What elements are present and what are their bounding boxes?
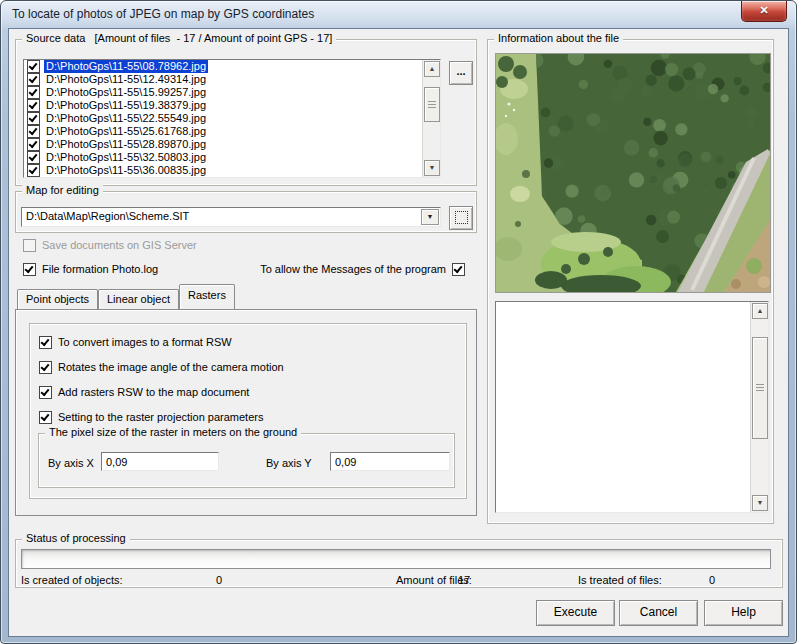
raster-option-row[interactable]: To convert images to a format RSW — [39, 335, 232, 349]
tab-strip: Point objects Linear object Rasters — [17, 286, 235, 309]
axis-x-input[interactable] — [101, 452, 219, 471]
browse-files-label: ... — [456, 65, 465, 77]
photo-log-checkbox[interactable] — [23, 263, 36, 276]
file-checkbox[interactable] — [27, 86, 40, 99]
treated-files-label: Is treated of files: — [578, 574, 662, 586]
dialog-client-area: Source data [Amount of files - 17 / Amou… — [8, 28, 789, 637]
execute-button-label: Execute — [554, 605, 597, 619]
raster-option-label: Setting to the raster projection paramet… — [58, 411, 263, 424]
scroll-down-icon[interactable]: ▼ — [424, 160, 440, 176]
raster-option-label: Rotates the image angle of the camera mo… — [58, 361, 284, 374]
scrollbar-thumb[interactable] — [424, 87, 440, 122]
close-button[interactable]: ✕ — [741, 1, 787, 22]
file-list-item[interactable]: D:\PhotoGps\11-55\12.49314.jpg — [24, 73, 440, 86]
file-checkbox[interactable] — [27, 125, 40, 138]
file-path-label: D:\PhotoGps\11-55\15.99257.jpg — [44, 86, 208, 99]
file-checkbox[interactable] — [27, 60, 40, 73]
file-list-item[interactable]: D:\PhotoGps\11-55\08.78962.jpg — [24, 60, 440, 73]
file-info-textbox[interactable]: ▲ ▼ — [495, 301, 769, 513]
file-path-label: D:\PhotoGps\11-55\12.49314.jpg — [44, 73, 208, 86]
file-list[interactable]: D:\PhotoGps\11-55\08.78962.jpg D:\PhotoG… — [23, 59, 441, 178]
tab-item[interactable]: Point objects — [17, 289, 98, 309]
tab-item[interactable]: Rasters — [179, 284, 235, 309]
cancel-button[interactable]: Cancel — [619, 600, 698, 626]
axis-y-label: By axis Y — [266, 457, 312, 469]
tab-label: Point objects — [26, 293, 89, 305]
file-list-item[interactable]: D:\PhotoGps\11-55\15.99257.jpg — [24, 86, 440, 99]
cancel-button-label: Cancel — [640, 605, 677, 619]
axis-y-input[interactable] — [330, 452, 450, 471]
save-gis-checkbox-row[interactable]: Save documents on GIS Server — [23, 238, 197, 252]
file-checkbox[interactable] — [27, 151, 40, 164]
file-path-label: D:\PhotoGps\11-55\28.89870.jpg — [44, 138, 208, 151]
help-button[interactable]: Help — [704, 600, 783, 626]
file-info-group-label: Information about the file — [494, 32, 623, 44]
file-info-lines — [499, 304, 749, 356]
raster-option-row[interactable]: Setting to the raster projection paramet… — [39, 410, 263, 424]
created-objects-label: Is created of objects: — [21, 574, 123, 586]
photo-log-label: File formation Photo.log — [42, 263, 158, 276]
raster-option-checkbox[interactable] — [39, 411, 52, 424]
photo-log-checkbox-row[interactable]: File formation Photo.log — [23, 262, 158, 276]
file-path-label: D:\PhotoGps\11-55\25.61768.jpg — [44, 125, 208, 138]
tab-item[interactable]: Linear object — [98, 289, 179, 309]
aerial-photo-svg — [496, 54, 770, 292]
scroll-down-icon[interactable]: ▼ — [752, 495, 768, 511]
file-path-label: D:\PhotoGps\11-55\19.38379.jpg — [44, 99, 208, 112]
file-list-item[interactable]: D:\PhotoGps\11-55\32.50803.jpg — [24, 151, 440, 164]
save-gis-checkbox[interactable] — [23, 239, 36, 252]
file-path-label: D:\PhotoGps\11-55\32.50803.jpg — [44, 151, 208, 164]
file-list-item[interactable]: D:\PhotoGps\11-55\25.61768.jpg — [24, 125, 440, 138]
info-scrollbar[interactable]: ▲ ▼ — [750, 302, 768, 512]
file-list-item[interactable]: D:\PhotoGps\11-55\19.38379.jpg — [24, 99, 440, 112]
file-list-scrollbar[interactable]: ▲ ▼ — [422, 60, 440, 177]
tab-label: Rasters — [188, 289, 226, 301]
file-checkbox[interactable] — [27, 164, 40, 177]
map-select-button[interactable] — [449, 206, 473, 230]
scroll-up-icon[interactable]: ▲ — [752, 303, 768, 319]
close-icon: ✕ — [759, 4, 768, 16]
raster-option-label: To convert images to a format RSW — [58, 336, 232, 349]
window-title: To locate of photos of JPEG on map by GP… — [12, 7, 314, 21]
allow-messages-label: To allow the Messages of the program — [260, 263, 446, 276]
status-group-label: Status of processing — [22, 532, 130, 544]
treated-files-value: 0 — [709, 574, 715, 586]
map-editing-group-label: Map for editing — [22, 184, 103, 196]
file-list-item[interactable]: D:\PhotoGps\11-55\28.89870.jpg — [24, 138, 440, 151]
file-checkbox[interactable] — [27, 99, 40, 112]
raster-option-checkbox[interactable] — [39, 361, 52, 374]
map-path-value: D:\Data\Map\Region\Scheme.SIT — [26, 210, 189, 222]
amount-files-value: 17 — [458, 574, 470, 586]
title-bar: To locate of photos of JPEG on map by GP… — [1, 1, 796, 28]
file-list-item[interactable]: D:\PhotoGps\11-55\36.00835.jpg — [24, 164, 440, 177]
file-path-label: D:\PhotoGps\11-55\08.78962.jpg — [44, 60, 208, 73]
execute-button[interactable]: Execute — [536, 600, 615, 626]
raster-option-label: Add rasters RSW to the map document — [58, 386, 249, 399]
raster-option-row[interactable]: Rotates the image angle of the camera mo… — [39, 360, 284, 374]
raster-option-checkbox[interactable] — [39, 386, 52, 399]
file-checkbox[interactable] — [27, 73, 40, 86]
created-objects-value: 0 — [216, 574, 222, 586]
allow-messages-checkbox[interactable] — [452, 263, 465, 276]
allow-messages-checkbox-row[interactable]: To allow the Messages of the program — [189, 262, 465, 276]
browse-files-button[interactable]: ... — [449, 61, 473, 85]
tab-label: Linear object — [107, 293, 170, 305]
file-checkbox[interactable] — [27, 138, 40, 151]
combo-dropdown-icon[interactable]: ▼ — [421, 209, 439, 225]
file-checkbox[interactable] — [27, 112, 40, 125]
file-path-label: D:\PhotoGps\11-55\36.00835.jpg — [44, 164, 208, 177]
marquee-select-icon — [455, 211, 468, 224]
file-list-item[interactable]: D:\PhotoGps\11-55\22.55549.jpg — [24, 112, 440, 125]
help-button-label: Help — [731, 605, 756, 619]
aerial-photo — [495, 53, 771, 293]
scroll-up-icon[interactable]: ▲ — [424, 61, 440, 77]
axis-x-label: By axis X — [48, 457, 94, 469]
raster-option-row[interactable]: Add rasters RSW to the map document — [39, 385, 249, 399]
source-data-group-label: Source data [Amount of files - 17 / Amou… — [22, 32, 336, 44]
map-path-combobox[interactable]: D:\Data\Map\Region\Scheme.SIT ▼ — [21, 207, 441, 227]
file-path-label: D:\PhotoGps\11-55\22.55549.jpg — [44, 112, 208, 125]
raster-option-checkbox[interactable] — [39, 336, 52, 349]
scrollbar-thumb[interactable] — [752, 337, 768, 439]
progress-bar — [21, 549, 771, 569]
save-gis-label: Save documents on GIS Server — [42, 239, 197, 252]
